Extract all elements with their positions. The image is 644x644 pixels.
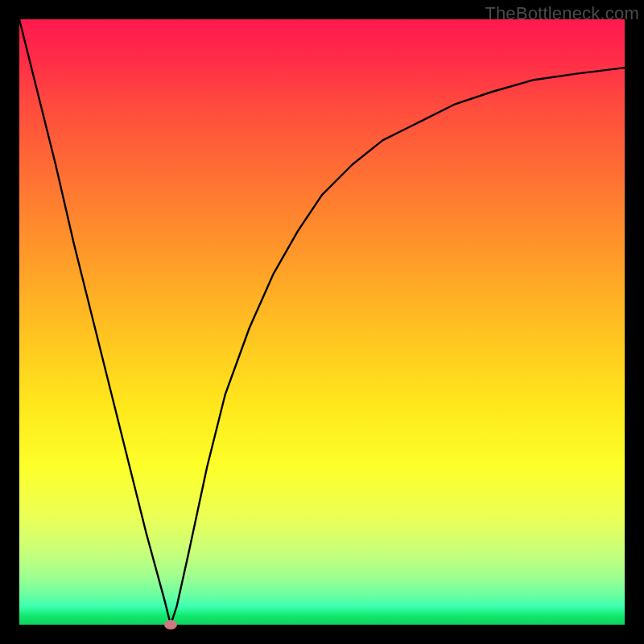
chart-plot-area	[19, 19, 625, 625]
chart-frame	[19, 19, 625, 625]
watermark-text: TheBottleneck.com	[485, 3, 639, 24]
minimum-marker	[164, 620, 177, 630]
bottleneck-curve	[19, 19, 625, 625]
